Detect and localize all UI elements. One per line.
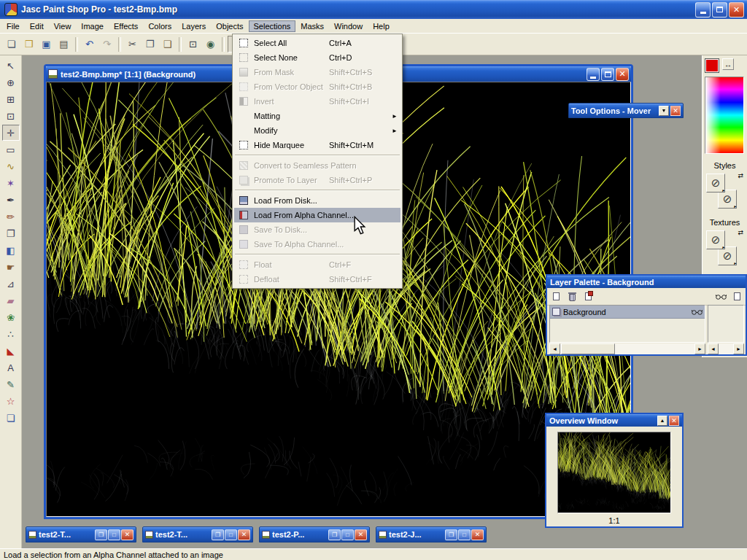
menu-item-invert[interactable]: InvertShift+Ctrl+I bbox=[234, 94, 400, 109]
scroll-thumb[interactable] bbox=[561, 343, 615, 354]
menu-item-from-mask[interactable]: From MaskShift+Ctrl+S bbox=[234, 65, 400, 79]
image-close-button[interactable]: ✕ bbox=[616, 68, 629, 81]
layer-visibility-glasses-icon[interactable] bbox=[692, 309, 703, 315]
menu-masks[interactable]: Masks bbox=[295, 20, 329, 32]
menu-item-load-from-disk[interactable]: Load From Disk... bbox=[234, 193, 400, 208]
selection-tool-button[interactable]: ▭ bbox=[2, 141, 20, 158]
menu-edit[interactable]: Edit bbox=[25, 20, 49, 32]
available-colors-picker[interactable] bbox=[705, 77, 744, 154]
foreground-style-swatch[interactable]: ⊘▸ bbox=[706, 174, 725, 192]
menu-window[interactable]: Window bbox=[329, 20, 368, 32]
menu-view[interactable]: View bbox=[49, 20, 77, 32]
deformation-tool-button[interactable]: ⊞ bbox=[2, 91, 20, 107]
picture-tube-tool-button[interactable]: ❀ bbox=[2, 309, 20, 325]
flood-fill-tool-button[interactable]: ◣ bbox=[2, 343, 20, 359]
menu-item-select-all[interactable]: Select AllCtrl+A bbox=[234, 36, 400, 50]
menu-item-load-from-alpha-channel[interactable]: Load From Alpha Channel... bbox=[234, 208, 400, 222]
menu-item-float[interactable]: FloatCtrl+F bbox=[234, 257, 400, 272]
minimized-window-2[interactable]: test2-T...❐□✕ bbox=[142, 526, 253, 542]
visibility-toggle-button[interactable] bbox=[713, 290, 728, 303]
scroll-right-button[interactable]: ► bbox=[694, 343, 705, 354]
close-button[interactable]: ✕ bbox=[121, 529, 133, 540]
menu-item-from-vector-object[interactable]: From Vector ObjectShift+Ctrl+B bbox=[234, 79, 400, 94]
edit-selection-button[interactable] bbox=[729, 290, 744, 303]
open-button[interactable]: ❒ bbox=[20, 36, 37, 52]
cut-button[interactable]: ✂ bbox=[124, 36, 141, 52]
menu-layers[interactable]: Layers bbox=[177, 20, 211, 32]
scroll-track[interactable] bbox=[560, 343, 694, 354]
maximize-button[interactable]: □ bbox=[225, 529, 237, 540]
tool-options-menu-button[interactable]: ▼ bbox=[659, 106, 669, 116]
paintbrush-tool-button[interactable]: ✏ bbox=[2, 209, 20, 225]
copy-button[interactable]: ❐ bbox=[142, 36, 158, 52]
layer-row-background[interactable]: Background bbox=[550, 306, 705, 319]
minimized-window-4[interactable]: test2-J...❐□✕ bbox=[376, 526, 487, 542]
style-swap-icon[interactable]: ⇄ bbox=[738, 172, 743, 179]
minimize-button[interactable] bbox=[695, 2, 711, 18]
image-maximize-button[interactable] bbox=[601, 68, 614, 81]
crop-tool-button[interactable]: ⊡ bbox=[2, 108, 20, 124]
object-selector-tool-button[interactable]: ❏ bbox=[2, 410, 20, 426]
minimized-window-1[interactable]: test2-T...❐□✕ bbox=[26, 526, 136, 542]
menu-item-hide-marquee[interactable]: Hide MarqueeShift+Ctrl+M bbox=[234, 138, 400, 152]
magic-wand-tool-button[interactable]: ✶ bbox=[2, 175, 20, 191]
delete-layer-button[interactable] bbox=[565, 290, 579, 303]
menu-item-promote-to-layer[interactable]: Promote To LayerShift+Ctrl+P bbox=[234, 173, 400, 187]
scroll-track[interactable] bbox=[719, 343, 733, 354]
color-replacer-tool-button[interactable]: ◧ bbox=[2, 242, 20, 258]
scroll-right-button[interactable]: ► bbox=[733, 343, 744, 354]
menu-image[interactable]: Image bbox=[76, 20, 109, 32]
tool-options-palette[interactable]: Tool Options - Mover ▼ ✕ bbox=[568, 103, 684, 118]
overview-title-bar[interactable]: Overview Window ▲ ✕ bbox=[546, 414, 682, 427]
freehand-tool-button[interactable]: ∿ bbox=[2, 158, 20, 174]
restore-button[interactable]: ❐ bbox=[95, 529, 107, 540]
tool-options-close-button[interactable]: ✕ bbox=[670, 106, 681, 116]
close-button[interactable]: ✕ bbox=[238, 529, 250, 540]
clone-brush-tool-button[interactable]: ❐ bbox=[2, 225, 20, 241]
maximize-button[interactable]: □ bbox=[341, 529, 354, 540]
menu-item-matting[interactable]: Matting► bbox=[234, 109, 400, 123]
paste-button[interactable]: ❑ bbox=[159, 36, 176, 52]
arrow-tool-button[interactable]: ↖ bbox=[2, 58, 20, 74]
current-color-swatch[interactable] bbox=[705, 58, 719, 73]
foreground-texture-swatch[interactable]: ⊘▸ bbox=[706, 230, 725, 249]
layer-palette-title-bar[interactable]: Layer Palette - Background bbox=[547, 276, 746, 288]
capture-button[interactable]: ◉ bbox=[202, 36, 219, 52]
restore-button[interactable]: ❐ bbox=[212, 529, 224, 540]
print-button[interactable]: ▤ bbox=[55, 36, 72, 52]
image-minimize-button[interactable] bbox=[587, 68, 600, 81]
menu-colors[interactable]: Colors bbox=[143, 20, 177, 32]
scroll-left-button[interactable]: ◄ bbox=[549, 343, 560, 354]
menu-item-save-to-alpha-channel[interactable]: Save To Alpha Channel... bbox=[234, 237, 400, 252]
preset-shapes-tool-button[interactable]: ☆ bbox=[2, 393, 20, 409]
maximize-button[interactable]: □ bbox=[458, 529, 471, 540]
new-image-button[interactable]: ❏ bbox=[3, 36, 20, 52]
retouch-tool-button[interactable]: ☛ bbox=[2, 259, 20, 275]
zoom-tool-button[interactable]: ⊕ bbox=[2, 74, 20, 90]
close-button[interactable]: ✕ bbox=[729, 2, 744, 18]
text-tool-button[interactable]: A bbox=[2, 359, 20, 376]
eraser-tool-button[interactable]: ▰ bbox=[2, 292, 20, 308]
overview-close-button[interactable]: ✕ bbox=[669, 416, 679, 426]
color-swap-button[interactable]: ↔ bbox=[722, 58, 734, 70]
mover-tool-button[interactable]: ✛ bbox=[2, 125, 20, 141]
redo-button[interactable]: ↷ bbox=[98, 36, 115, 52]
new-layer-button[interactable] bbox=[549, 290, 563, 303]
menu-item-save-to-disk[interactable]: Save To Disk... bbox=[234, 222, 400, 237]
close-button[interactable]: ✕ bbox=[471, 529, 484, 540]
minimized-window-3[interactable]: test2-P...❐□✕ bbox=[259, 526, 370, 542]
menu-file[interactable]: File bbox=[1, 20, 25, 32]
restore-button[interactable]: ❐ bbox=[445, 529, 457, 540]
save-button[interactable]: ▣ bbox=[38, 36, 55, 52]
scratch-remover-tool-button[interactable]: ⊿ bbox=[2, 276, 20, 292]
menu-item-modify[interactable]: Modify► bbox=[234, 123, 400, 138]
menu-item-convert-to-seamless-pattern[interactable]: Convert to Seamless Pattern bbox=[234, 158, 400, 173]
maximize-button[interactable] bbox=[712, 2, 727, 18]
undo-button[interactable]: ↶ bbox=[81, 36, 98, 52]
restore-button[interactable]: ❐ bbox=[328, 529, 341, 540]
scroll-left-button[interactable]: ◄ bbox=[708, 343, 719, 354]
menu-item-select-none[interactable]: Select NoneCtrl+D bbox=[234, 50, 400, 65]
dropper-tool-button[interactable]: ✒ bbox=[2, 192, 20, 208]
close-button[interactable]: ✕ bbox=[355, 529, 367, 540]
maximize-button[interactable]: □ bbox=[108, 529, 120, 540]
